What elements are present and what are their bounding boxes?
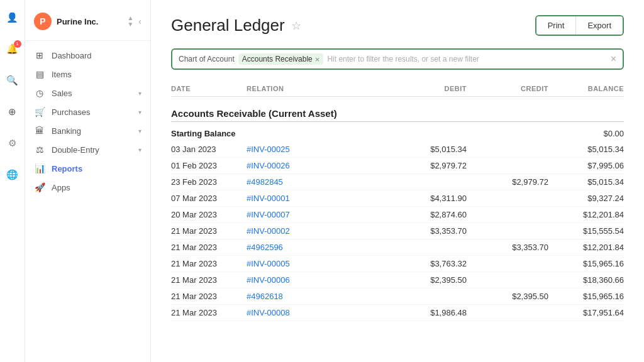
sidebar-label-dashboard: Dashboard <box>52 51 142 60</box>
col-credit: CREDIT <box>467 85 548 92</box>
cell-balance: $5,015.34 <box>548 145 624 154</box>
col-debit: DEBIT <box>385 85 467 92</box>
cell-relation[interactable]: #INV-00026 <box>247 161 385 170</box>
col-relation: RELATION <box>247 85 385 92</box>
cell-balance: $18,360.66 <box>548 275 624 285</box>
cell-balance: $17,951.64 <box>548 308 624 317</box>
ledger-rows: 03 Jan 2023 #INV-00025 $5,015.34 $5,015.… <box>171 141 624 321</box>
starting-balance-value: $0.00 <box>548 129 624 138</box>
cell-debit: $3,763.32 <box>385 259 467 268</box>
cell-relation[interactable]: #4982845 <box>247 177 385 187</box>
cell-relation[interactable]: #INV-00005 <box>247 259 385 268</box>
settings-icon[interactable]: ⚙ <box>3 133 23 153</box>
sidebar-label-sales: Sales <box>52 89 132 98</box>
col-date: DATE <box>171 85 247 92</box>
notifications-icon[interactable]: 🔔 <box>3 39 23 59</box>
header-actions: Print Export <box>535 15 624 36</box>
items-icon: ▤ <box>34 69 45 79</box>
cell-debit: $2,979.72 <box>385 161 467 170</box>
page-header: General Ledger ☆ Print Export <box>171 15 624 36</box>
cell-relation[interactable]: #INV-00007 <box>247 210 385 219</box>
cell-balance: $12,201.84 <box>548 210 624 219</box>
filter-tag-remove-button[interactable]: × <box>315 55 320 63</box>
sidebar-item-banking[interactable]: 🏛 Banking ▾ <box>25 121 150 140</box>
search-icon[interactable]: 🔍 <box>3 70 23 90</box>
cell-relation[interactable]: #4962596 <box>247 243 385 252</box>
table-row: 01 Feb 2023 #INV-00026 $2,979.72 $7,995.… <box>171 158 624 174</box>
print-button[interactable]: Print <box>536 16 577 35</box>
table-row: 21 Mar 2023 #INV-00008 $1,986.48 $17,951… <box>171 305 624 321</box>
cell-balance: $15,555.54 <box>548 226 624 236</box>
back-icon[interactable]: ‹ <box>138 16 142 26</box>
cell-relation[interactable]: #INV-00002 <box>247 226 385 236</box>
cell-date: 21 Mar 2023 <box>171 308 247 317</box>
cell-debit: $3,353.70 <box>385 226 467 236</box>
cell-credit: $2,395.50 <box>467 292 548 301</box>
cell-relation[interactable]: #INV-00001 <box>247 194 385 203</box>
dashboard-icon: ⊞ <box>34 50 45 60</box>
table-row: 07 Mar 2023 #INV-00001 $4,311.90 $9,327.… <box>171 190 624 207</box>
cell-debit: $2,874.60 <box>385 210 467 219</box>
cell-relation[interactable]: #INV-00025 <box>247 145 385 154</box>
export-button[interactable]: Export <box>576 16 623 35</box>
table-row: 21 Mar 2023 #4962618 $2,395.50 $15,965.1… <box>171 288 624 305</box>
reports-icon: 📊 <box>34 163 45 173</box>
sidebar-item-reports[interactable]: 📊 Reports <box>25 159 150 178</box>
favorite-star-icon[interactable]: ☆ <box>291 19 301 33</box>
table-row: 21 Mar 2023 #INV-00006 $2,395.50 $18,360… <box>171 272 624 288</box>
add-icon[interactable]: ⊕ <box>3 102 23 122</box>
sidebar-item-items[interactable]: ▤ Items <box>25 65 150 84</box>
account-divider <box>171 121 624 122</box>
apps-icon: 🚀 <box>34 182 45 192</box>
cell-credit <box>467 161 548 170</box>
cell-balance: $5,015.34 <box>548 177 624 187</box>
cell-relation[interactable]: #4962618 <box>247 292 385 301</box>
cell-date: 07 Mar 2023 <box>171 194 247 203</box>
sidebar-label-apps: Apps <box>52 183 142 192</box>
user-icon[interactable]: 👤 <box>3 8 23 28</box>
filter-hint: Hit enter to filter the results, or set … <box>327 55 606 63</box>
cell-credit <box>467 259 548 268</box>
cell-balance: $15,965.16 <box>548 292 624 301</box>
table-row: 20 Mar 2023 #INV-00007 $2,874.60 $12,201… <box>171 207 624 223</box>
starting-balance-label: Starting Balance <box>171 129 247 138</box>
filter-tag-label: Chart of Account <box>179 55 235 63</box>
cell-date: 21 Mar 2023 <box>171 275 247 285</box>
purchases-icon: 🛒 <box>34 107 45 117</box>
cell-credit <box>467 194 548 203</box>
table-section: DATE RELATION DEBIT CREDIT BALANCE Accou… <box>171 81 624 321</box>
sidebar-item-sales[interactable]: ◷ Sales ▾ <box>25 84 150 102</box>
sidebar-item-dashboard[interactable]: ⊞ Dashboard <box>25 46 150 65</box>
sales-icon: ◷ <box>34 88 45 98</box>
filter-close-button[interactable]: × <box>611 53 616 65</box>
cell-date: 01 Feb 2023 <box>171 161 247 170</box>
sidebar-label-banking: Banking <box>52 126 132 136</box>
cell-date: 21 Mar 2023 <box>171 226 247 236</box>
icon-strip: 👤 🔔 🔍 ⊕ ⚙ 🌐 <box>0 0 25 362</box>
double-entry-icon: ⚖ <box>34 145 45 155</box>
sidebar-item-purchases[interactable]: 🛒 Purchases ▾ <box>25 102 150 121</box>
cell-credit <box>467 226 548 236</box>
cell-credit: $2,979.72 <box>467 177 548 187</box>
company-name: Purine Inc. <box>57 17 122 26</box>
cell-balance: $12,201.84 <box>548 243 624 252</box>
cell-credit <box>467 308 548 317</box>
sidebar-item-apps[interactable]: 🚀 Apps <box>25 178 150 197</box>
company-switcher-icon[interactable]: ▲▼ <box>127 15 133 28</box>
cell-date: 21 Mar 2023 <box>171 292 247 301</box>
sidebar-item-double-entry[interactable]: ⚖ Double-Entry ▾ <box>25 140 150 159</box>
sales-arrow-icon: ▾ <box>138 90 142 97</box>
cell-credit <box>467 210 548 219</box>
globe-icon[interactable]: 🌐 <box>3 165 23 185</box>
company-logo: P <box>34 13 52 30</box>
cell-debit <box>385 243 467 252</box>
cell-credit <box>467 145 548 154</box>
cell-relation[interactable]: #INV-00006 <box>247 275 385 285</box>
main-content: General Ledger ☆ Print Export Chart of A… <box>151 0 644 362</box>
filter-bar: Chart of Account Accounts Receivable × H… <box>171 48 624 70</box>
sidebar-label-purchases: Purchases <box>52 107 132 117</box>
cell-relation[interactable]: #INV-00008 <box>247 308 385 317</box>
cell-date: 21 Mar 2023 <box>171 243 247 252</box>
table-row: 23 Feb 2023 #4982845 $2,979.72 $5,015.34 <box>171 174 624 190</box>
company-header[interactable]: P Purine Inc. ▲▼ ‹ <box>25 8 150 41</box>
